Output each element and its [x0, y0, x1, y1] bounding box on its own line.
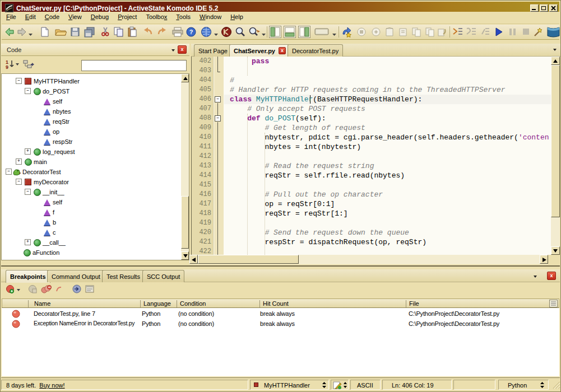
svg-text:9: 9: [6, 64, 8, 70]
svg-text:?: ?: [189, 29, 193, 35]
